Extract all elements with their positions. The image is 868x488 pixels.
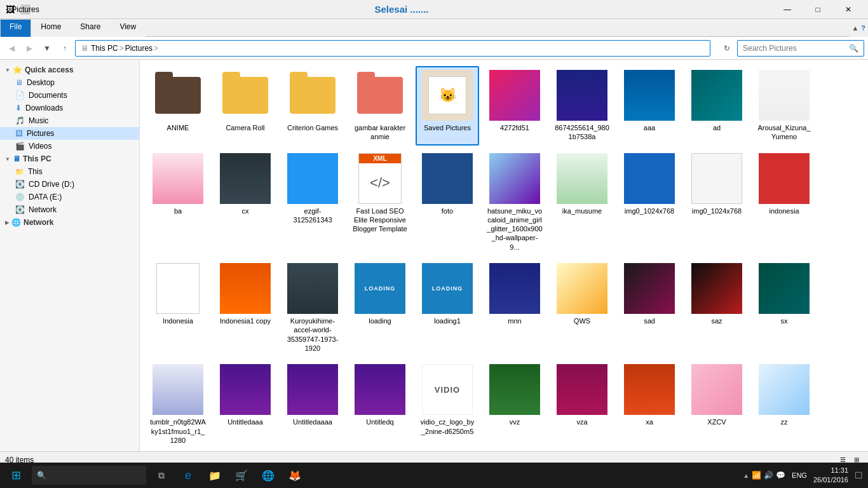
start-button[interactable]: ⊞ <box>0 463 32 488</box>
notification-icon[interactable]: ☐ <box>855 470 863 480</box>
downloads-icon: ⬇ <box>15 104 22 112</box>
file-item-kuroyukihime[interactable]: Kuroyukihime-accel-world-35359747-1973-1… <box>281 259 344 356</box>
file-item-foto[interactable]: foto <box>416 149 479 255</box>
sidebar-label-documents: Documents <box>29 91 67 100</box>
search-box[interactable]: 🔍 <box>737 40 864 57</box>
task-view-button[interactable]: ⧉ <box>149 463 174 488</box>
file-item-img0-2[interactable]: img0_1024x768 <box>685 149 749 255</box>
taskbar-pinned-apps: ⧉ e 📁 🛒 🌐 🦊 <box>149 463 308 488</box>
file-item-zz[interactable]: zz <box>752 360 816 449</box>
sidebar-item-pictures[interactable]: 🖼 Pictures <box>0 127 139 140</box>
address-path[interactable]: 🖥 This PC > Pictures > <box>75 40 710 57</box>
file-explorer-icon[interactable]: 📁 <box>202 463 227 488</box>
maximize-button[interactable]: □ <box>803 0 832 19</box>
file-item-hatsune-miku[interactable]: hatsune_miku_vocaloid_anime_girl_glitter… <box>483 149 546 255</box>
sidebar-item-cd-drive[interactable]: 💿 DATA (E:) <box>0 191 139 203</box>
file-item-ba[interactable]: ba <box>146 149 210 255</box>
file-item-xzcv[interactable]: XZCV <box>685 360 749 449</box>
file-item-vza[interactable]: vza <box>550 360 614 449</box>
address-bar: ◀ ▶ ▼ ↑ 🖥 This PC > Pictures > ↻ 🔍 <box>0 37 868 60</box>
sidebar-item-videos[interactable]: 🎬 Videos <box>0 140 139 152</box>
edge-icon[interactable]: e <box>175 463 201 488</box>
file-item-4272fd51[interactable]: 4272fd51 <box>483 66 546 146</box>
file-label-xa: xa <box>646 417 653 426</box>
file-item-arousal[interactable]: Arousal_Kizuna_Yumeno <box>752 66 816 146</box>
file-item-ezgif[interactable]: ezgif-3125261343 <box>281 149 344 255</box>
ribbon-help-icon[interactable]: ? <box>861 24 865 32</box>
sidebar-item-documents[interactable]: 📄 Documents <box>0 89 139 102</box>
language-indicator[interactable]: ENG <box>788 471 811 479</box>
sidebar-item-music[interactable]: 🎵 Music <box>0 114 139 127</box>
file-item-qws[interactable]: QWS <box>550 259 614 356</box>
minimize-button[interactable]: — <box>773 0 802 19</box>
file-item-loading[interactable]: LOADINGloading <box>348 259 412 356</box>
file-label-untitledaaaa: Untitledaaaa <box>293 417 332 426</box>
sidebar-group-network[interactable]: ▶ 🌐 Network <box>0 216 139 229</box>
sidebar-group-this-pc[interactable]: ▼ 🖥 This PC <box>0 152 139 165</box>
file-item-cx[interactable]: cx <box>214 149 277 255</box>
file-item-gambar-karakter[interactable]: gambar karakter anmie <box>348 66 412 146</box>
path-this-pc[interactable]: This PC <box>91 44 118 53</box>
recent-locations-button[interactable]: ▼ <box>39 41 55 56</box>
file-item-saved-pictures[interactable]: 😺Saved Pictures <box>416 66 479 146</box>
sidebar-item-this[interactable]: 📁 This <box>0 165 139 178</box>
file-item-criterion-games[interactable]: Criterion Games <box>281 66 344 146</box>
close-button[interactable]: ✕ <box>834 0 863 19</box>
sidebar-item-downloads[interactable]: ⬇ Downloads <box>0 102 139 114</box>
tab-home[interactable]: Home <box>31 19 71 37</box>
pictures-icon: 🖼 <box>15 129 23 138</box>
refresh-button[interactable]: ↻ <box>719 41 735 56</box>
search-input[interactable] <box>743 44 844 53</box>
file-label-4272fd51: 4272fd51 <box>500 123 529 132</box>
sidebar-item-desktop[interactable]: 🖥 Desktop <box>0 76 139 89</box>
file-item-loading1[interactable]: LOADINGloading1 <box>416 259 479 356</box>
file-item-aaa[interactable]: aaa <box>618 66 681 146</box>
file-item-untitledaaa[interactable]: Untitledaaa <box>214 360 277 449</box>
sidebar-group-quick-access[interactable]: ▼ ⭐ Quick access <box>0 64 139 76</box>
tab-view[interactable]: View <box>110 19 146 37</box>
back-button[interactable]: ◀ <box>4 41 19 56</box>
file-item-tumblr[interactable]: tumblr_n0tg82WAky1st1fmuo1_r1_1280 <box>146 360 210 449</box>
file-item-sx[interactable]: sx <box>752 259 816 356</box>
system-clock[interactable]: 11:31 26/01/2016 <box>813 466 852 485</box>
file-item-ad[interactable]: ad <box>685 66 749 146</box>
file-item-8674255614[interactable]: 8674255614_9801b7538a <box>550 66 614 146</box>
chrome-icon[interactable]: 🌐 <box>255 463 281 488</box>
file-item-img0-1[interactable]: img0_1024x768 <box>618 149 681 255</box>
file-item-fast-load-seo[interactable]: XML</>Fast Load SEO Elite Responsive Blo… <box>348 149 412 255</box>
tab-file[interactable]: File <box>0 19 31 37</box>
path-pictures[interactable]: Pictures <box>125 44 153 53</box>
file-item-vidio[interactable]: VIDIOvidio_cz_logo_by_2nine-d6250m5 <box>416 360 479 449</box>
sidebar-item-data-e[interactable]: 💽 Network <box>0 203 139 216</box>
sidebar: ▼ ⭐ Quick access 🖥 Desktop 📄 Documents ⬇… <box>0 60 140 451</box>
file-item-xa[interactable]: xa <box>618 360 681 449</box>
store-icon[interactable]: 🛒 <box>229 463 254 488</box>
file-item-sad[interactable]: sad <box>618 259 681 356</box>
file-label-sad: sad <box>644 316 655 325</box>
window-controls[interactable]: — □ ✕ <box>773 0 863 19</box>
files-grid: ANIMECamera RollCriterion Gamesgambar ka… <box>146 66 862 449</box>
taskbar-search[interactable]: 🔍 <box>32 466 146 485</box>
ribbon-collapse-icon[interactable]: ▲ <box>851 24 858 32</box>
file-item-saz[interactable]: saz <box>685 259 749 356</box>
content-area: ANIMECamera RollCriterion Gamesgambar ka… <box>140 60 868 451</box>
file-item-vvz[interactable]: vvz <box>483 360 546 449</box>
file-item-anime[interactable]: ANIME <box>146 66 210 146</box>
file-item-untitledaaaa[interactable]: Untitledaaaa <box>281 360 344 449</box>
up-button[interactable]: ↑ <box>57 41 72 56</box>
tab-share[interactable]: Share <box>71 19 110 37</box>
file-item-indonesia1-copy[interactable]: Indonesia1 copy <box>214 259 277 356</box>
sidebar-item-windows10[interactable]: 💽 CD Drive (D:) <box>0 178 139 191</box>
file-item-untitledq[interactable]: Untitledq <box>348 360 412 449</box>
forward-button[interactable]: ▶ <box>22 41 37 56</box>
file-item-ika-musume[interactable]: ika_musume <box>550 149 614 255</box>
cd-icon: 💿 <box>15 193 25 201</box>
tray-up-icon[interactable]: ▲ <box>743 472 749 479</box>
file-item-mnn[interactable]: mnn <box>483 259 546 356</box>
network-icon: 🌐 <box>11 218 21 227</box>
file-item-indonesia-folder[interactable]: Indonesia <box>146 259 210 356</box>
file-item-indonesia-img[interactable]: indonesia <box>752 149 816 255</box>
file-item-camera-roll[interactable]: Camera Roll <box>214 66 277 146</box>
firefox-icon[interactable]: 🦊 <box>282 463 308 488</box>
this-icon: 📁 <box>15 168 24 176</box>
